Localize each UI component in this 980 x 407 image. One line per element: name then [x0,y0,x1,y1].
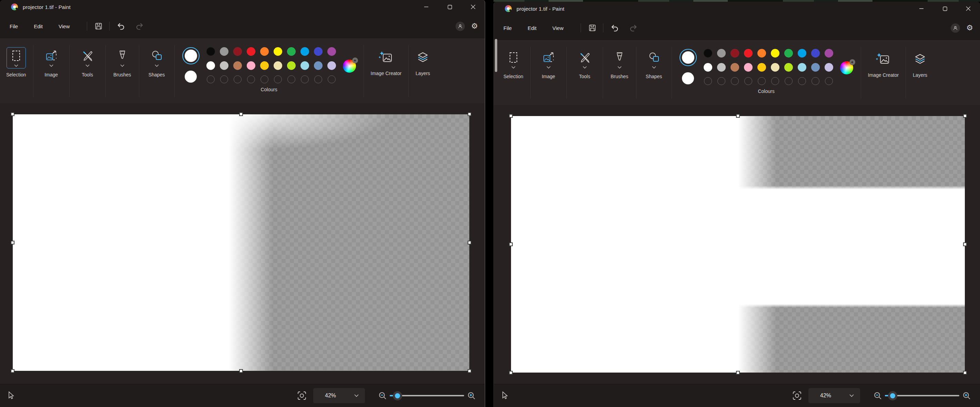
image-creator-group[interactable]: Image Creator [864,41,903,105]
selection-handle-bm[interactable] [736,371,740,375]
tool-group-tools[interactable]: Tools [72,39,103,103]
palette-colour[interactable] [260,47,269,56]
palette-empty-slot[interactable] [207,75,215,83]
palette-colour[interactable] [744,63,752,71]
save-icon[interactable] [93,20,104,32]
minimize-button[interactable] [415,0,438,14]
palette-colour[interactable] [757,63,766,71]
settings-gear-icon[interactable]: ⚙ [966,24,973,32]
palette-empty-slot[interactable] [731,77,739,85]
background-colour-swatch[interactable] [682,72,694,84]
palette-empty-slot[interactable] [328,75,336,83]
palette-colour[interactable] [730,63,739,71]
selection-handle-br[interactable] [963,371,967,375]
palette-colour[interactable] [824,49,833,57]
palette-colour[interactable] [287,61,296,70]
background-colour-swatch[interactable] [185,71,197,82]
palette-colour[interactable] [704,49,712,57]
selection-handle-mr[interactable] [963,242,967,246]
palette-colour[interactable] [811,49,820,57]
palette-colour[interactable] [744,49,752,57]
zoom-slider-thumb[interactable] [395,393,400,398]
edit-colours-button[interactable]: + [343,60,356,73]
account-icon[interactable] [951,24,960,33]
palette-empty-slot[interactable] [247,75,255,83]
selection-handle-tr[interactable] [963,114,967,118]
selection-handle-ml[interactable] [11,241,14,244]
edit-colours-button[interactable]: + [840,61,853,74]
ribbon-scrollbar[interactable] [495,39,497,72]
palette-empty-slot[interactable] [704,77,712,85]
palette-colour[interactable] [327,61,336,70]
selection-handle-bl[interactable] [11,369,14,373]
palette-empty-slot[interactable] [811,77,819,85]
menu-view[interactable]: View [552,25,563,31]
close-button[interactable] [461,0,485,14]
selection-handle-bl[interactable] [509,371,513,375]
selection-tool-button[interactable] [504,49,523,70]
canvas[interactable] [13,114,469,371]
zoom-slider-thumb[interactable] [890,393,895,398]
palette-colour[interactable] [301,61,309,70]
tool-group-shapes[interactable]: Shapes [639,41,669,105]
tool-group-image[interactable]: Image [36,39,67,103]
menu-file[interactable]: File [503,25,512,31]
foreground-colour-swatch[interactable] [679,49,697,66]
menu-edit[interactable]: Edit [34,24,43,29]
selection-handle-tl[interactable] [11,112,14,116]
palette-colour[interactable] [771,49,780,57]
zoom-out-button[interactable] [872,391,883,401]
tool-group-brushes[interactable]: Brushes [606,41,633,105]
palette-colour[interactable] [784,63,793,71]
palette-colour[interactable] [220,47,229,56]
palette-colour[interactable] [314,47,323,56]
tool-group-shapes[interactable]: Shapes [142,39,172,103]
menu-edit[interactable]: Edit [528,25,536,31]
selection-handle-tm[interactable] [239,112,243,116]
palette-colour[interactable] [798,63,806,71]
tool-group-brushes[interactable]: Brushes [108,39,136,103]
palette-colour[interactable] [314,61,323,70]
zoom-slider[interactable] [885,391,959,401]
maximize-button[interactable] [933,2,956,16]
account-icon[interactable] [455,22,465,31]
palette-empty-slot[interactable] [274,75,282,83]
zoom-in-button[interactable] [466,391,477,401]
image-creator-group[interactable]: Image Creator [367,39,406,103]
palette-colour[interactable] [260,61,269,70]
palette-colour[interactable] [771,63,780,71]
palette-empty-slot[interactable] [287,75,295,83]
save-icon[interactable] [587,22,598,34]
palette-empty-slot[interactable] [314,75,322,83]
redo-icon[interactable] [134,20,145,32]
zoom-level-dropdown[interactable]: 42% [808,388,860,403]
zoom-in-button[interactable] [961,391,972,401]
palette-colour[interactable] [730,49,739,57]
palette-colour[interactable] [207,47,215,56]
redo-icon[interactable] [627,22,639,34]
selection-handle-ml[interactable] [509,242,513,246]
palette-empty-slot[interactable] [771,77,779,85]
palette-colour[interactable] [274,61,282,70]
tool-group-selection[interactable]: Selection [499,41,528,105]
palette-colour[interactable] [301,47,309,56]
layers-group[interactable]: Layers [909,41,931,105]
palette-empty-slot[interactable] [261,75,269,83]
palette-colour[interactable] [798,49,806,57]
maximize-button[interactable] [438,0,461,14]
zoom-out-button[interactable] [377,391,388,401]
palette-empty-slot[interactable] [758,77,766,85]
canvas[interactable] [511,116,965,372]
foreground-colour-swatch[interactable] [182,47,199,64]
selection-tool-button[interactable] [6,47,26,68]
palette-colour[interactable] [274,47,282,56]
palette-colour[interactable] [704,63,712,71]
palette-colour[interactable] [207,61,215,70]
layers-group[interactable]: Layers [411,39,434,103]
zoom-to-fit-button[interactable] [791,390,803,402]
settings-gear-icon[interactable]: ⚙ [471,22,478,30]
zoom-to-fit-button[interactable] [296,390,308,402]
selection-handle-mr[interactable] [468,241,471,244]
zoom-level-dropdown[interactable]: 42% [313,388,365,403]
palette-colour[interactable] [784,49,793,57]
